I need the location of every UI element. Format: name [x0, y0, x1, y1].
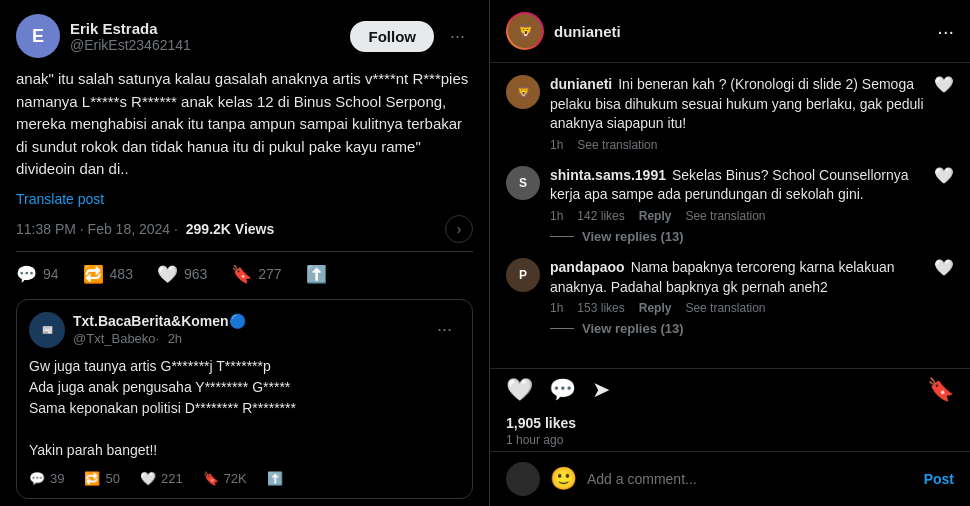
- ig-view-replies-line-2: [550, 236, 574, 237]
- ig-comment-3: P pandapaooNama bapaknya tercoreng karna…: [506, 258, 954, 336]
- bookmark-count: 277: [258, 266, 281, 282]
- ig-comment-input[interactable]: [587, 471, 914, 487]
- ig-comments-section: 🦁 dunianetiIni beneran kah ? (Kronologi …: [490, 63, 970, 368]
- ig-comment-reply-2[interactable]: Reply: [639, 209, 672, 223]
- ig-avatar-inner: 🦁: [508, 14, 542, 48]
- tweet-actions: 💬 94 🔁 483 🤍 963 🔖 277 ⬆️: [16, 260, 473, 289]
- ig-like-icon[interactable]: 🤍: [506, 377, 533, 403]
- ig-comment-time-1: 1h: [550, 138, 563, 152]
- twitter-panel: E Erik Estrada @ErikEst23462141 Follow ·…: [0, 0, 490, 506]
- retweet-header: 📰 Txt.BacaBerita&Komen🔵 @Txt_Babeko· 2h …: [29, 312, 460, 348]
- tweet-meta: 11:38 PM · Feb 18, 2024 · 299.2K Views ›: [16, 215, 473, 243]
- tweet-body: anak" itu salah satunya kalau gasalah an…: [16, 68, 473, 181]
- ig-comment-text-1: dunianetiIni beneran kah ? (Kronologi di…: [550, 75, 924, 134]
- tweet-meta-text: 11:38 PM · Feb 18, 2024 · 299.2K Views: [16, 221, 274, 237]
- comment-count: 94: [43, 266, 59, 282]
- ig-comment-text-2: shinta.sams.1991Sekelas Binus? School Co…: [550, 166, 924, 205]
- ig-comment-2: S shinta.sams.1991Sekelas Binus? School …: [506, 166, 954, 244]
- ig-share-icon[interactable]: ➤: [592, 377, 610, 403]
- ig-comment-time-3: 1h: [550, 301, 563, 315]
- retweet-share-icon: ⬆️: [267, 471, 283, 486]
- ig-view-replies-text-2[interactable]: View replies (13): [582, 229, 684, 244]
- retweet-comment-action[interactable]: 💬 39: [29, 471, 64, 486]
- ig-likes-section: 1,905 likes 1 hour ago: [490, 411, 970, 451]
- ig-post-button[interactable]: Post: [924, 471, 954, 487]
- ig-comment-content-1: dunianetiIni beneran kah ? (Kronologi di…: [550, 75, 924, 152]
- instagram-panel: 🦁 dunianeti ··· 🦁 dunianetiIni beneran k…: [490, 0, 970, 506]
- retweet-section: 📰 Txt.BacaBerita&Komen🔵 @Txt_Babeko· 2h …: [16, 299, 473, 499]
- ig-see-translation-1[interactable]: See translation: [577, 138, 657, 152]
- ig-username: dunianeti: [554, 23, 621, 40]
- ig-see-translation-2[interactable]: See translation: [685, 209, 765, 223]
- more-icon[interactable]: ···: [442, 22, 473, 51]
- display-name: Erik Estrada: [70, 20, 191, 37]
- ig-avatar: 🦁: [506, 12, 544, 50]
- ig-see-translation-3[interactable]: See translation: [685, 301, 765, 315]
- ig-comment-reply-3[interactable]: Reply: [639, 301, 672, 315]
- retweet-user-info: Txt.BacaBerita&Komen🔵 @Txt_Babeko· 2h: [73, 313, 246, 347]
- ig-view-replies-3[interactable]: View replies (13): [550, 321, 924, 336]
- ig-commentor-name-1[interactable]: dunianeti: [550, 76, 612, 92]
- ig-likes-count: 1,905 likes: [506, 415, 954, 431]
- comment-action[interactable]: 💬 94: [16, 264, 59, 285]
- retweet-actions: 💬 39 🔁 50 🤍 221 🔖 72K ⬆️: [29, 471, 460, 486]
- ig-comment-avatar-1: 🦁: [506, 75, 540, 109]
- translate-link[interactable]: Translate post: [16, 191, 473, 207]
- ig-comment-likes-3: 153 likes: [577, 301, 624, 315]
- retweet-rt-icon: 🔁: [84, 471, 100, 486]
- ig-comment-content-2: shinta.sams.1991Sekelas Binus? School Co…: [550, 166, 924, 244]
- ig-comment-meta-2: 1h 142 likes Reply See translation: [550, 209, 924, 223]
- retweet-name: Txt.BacaBerita&Komen🔵: [73, 313, 246, 329]
- ig-comment-avatar-3: P: [506, 258, 540, 292]
- ig-comment-avatar-2: S: [506, 166, 540, 200]
- share-icon: ⬆️: [306, 264, 327, 285]
- retweet-bookmark-action[interactable]: 🔖 72K: [203, 471, 247, 486]
- like-action[interactable]: 🤍 963: [157, 264, 207, 285]
- ig-more-icon[interactable]: ···: [937, 20, 954, 43]
- like-count: 963: [184, 266, 207, 282]
- ig-heart-1[interactable]: 🤍: [934, 75, 954, 152]
- retweet-header-left: 📰 Txt.BacaBerita&Komen🔵 @Txt_Babeko· 2h: [29, 312, 246, 348]
- retweet-bookmark-icon: 🔖: [203, 471, 219, 486]
- retweet-like-action[interactable]: 🤍 221: [140, 471, 183, 486]
- handle: @ErikEst23462141: [70, 37, 191, 53]
- follow-button[interactable]: Follow: [350, 21, 434, 52]
- ig-commentor-name-3[interactable]: pandapaoo: [550, 259, 625, 275]
- ig-commentor-name-2[interactable]: shinta.sams.1991: [550, 167, 666, 183]
- retweet-like-icon: 🤍: [140, 471, 156, 486]
- ig-comment-text-3: pandapaooNama bapaknya tercoreng karna k…: [550, 258, 924, 297]
- ig-view-replies-2[interactable]: View replies (13): [550, 229, 924, 244]
- retweet-handle: @Txt_Babeko·: [73, 331, 159, 346]
- ig-heart-3[interactable]: 🤍: [934, 258, 954, 336]
- retweet-action[interactable]: 🔁 483: [83, 264, 133, 285]
- retweet-more-icon[interactable]: ···: [429, 315, 460, 344]
- retweet-icon: 🔁: [83, 264, 104, 285]
- ig-time-ago: 1 hour ago: [506, 433, 954, 447]
- ig-header-left: 🦁 dunianeti: [506, 12, 621, 50]
- ig-comment-likes-2: 142 likes: [577, 209, 624, 223]
- ig-bookmark-icon[interactable]: 🔖: [927, 377, 954, 403]
- ig-add-comment-avatar: [506, 462, 540, 496]
- bookmark-action[interactable]: 🔖 277: [231, 264, 281, 285]
- retweet-bookmark-count: 72K: [224, 471, 247, 486]
- retweet-share-action[interactable]: ⬆️: [267, 471, 283, 486]
- ig-comment-content-3: pandapaooNama bapaknya tercoreng karna k…: [550, 258, 924, 336]
- ig-emoji-button[interactable]: 🙂: [550, 466, 577, 492]
- ig-heart-2[interactable]: 🤍: [934, 166, 954, 244]
- ig-comment-meta-3: 1h 153 likes Reply See translation: [550, 301, 924, 315]
- retweet-body: Gw juga taunya artis G*******j T*******p…: [29, 356, 460, 461]
- retweet-rt-action[interactable]: 🔁 50: [84, 471, 119, 486]
- like-icon: 🤍: [157, 264, 178, 285]
- expand-button[interactable]: ›: [445, 215, 473, 243]
- ig-comment-icon[interactable]: 💬: [549, 377, 576, 403]
- ig-comment-time-2: 1h: [550, 209, 563, 223]
- ig-header: 🦁 dunianeti ···: [490, 0, 970, 63]
- ig-footer-actions: 🤍 💬 ➤ 🔖: [490, 368, 970, 411]
- retweet-avatar: 📰: [29, 312, 65, 348]
- ig-view-replies-text-3[interactable]: View replies (13): [582, 321, 684, 336]
- share-action[interactable]: ⬆️: [306, 264, 327, 285]
- retweet-comment-icon: 💬: [29, 471, 45, 486]
- user-info: Erik Estrada @ErikEst23462141: [70, 20, 191, 53]
- ig-view-replies-line-3: [550, 328, 574, 329]
- avatar: E: [16, 14, 60, 58]
